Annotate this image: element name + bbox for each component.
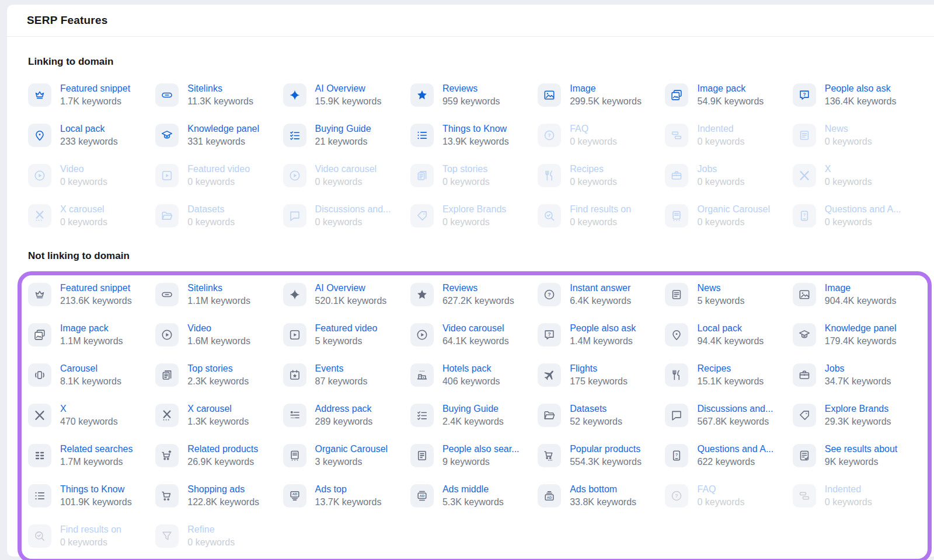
feature-label[interactable]: X (60, 402, 118, 415)
feature-item-carousel[interactable]: Carousel 8.1K keywords (28, 363, 155, 387)
feature-item-see-results-about[interactable]: See results about 9K keywords (793, 444, 920, 468)
feature-item-buying-guide[interactable]: Buying Guide 21 keywords (283, 124, 410, 148)
feature-label[interactable]: Explore Brands (825, 402, 891, 415)
feature-label[interactable]: Image pack (60, 322, 123, 335)
feature-item-image-pack[interactable]: Image pack 54.9K keywords (665, 83, 792, 107)
feature-label[interactable]: Image (825, 282, 897, 295)
feature-label[interactable]: Datasets (570, 402, 622, 415)
feature-item-people-also-ask[interactable]: People also ask 136.4K keywords (793, 83, 920, 107)
feature-item-knowledge-panel[interactable]: Knowledge panel 179.4K keywords (793, 323, 920, 347)
feature-label[interactable]: People also ask (825, 82, 897, 95)
feature-label[interactable]: Events (315, 362, 368, 375)
feature-label[interactable]: Buying Guide (442, 402, 504, 415)
feature-item-address-pack[interactable]: Address pack 289 keywords (283, 404, 410, 428)
feature-item-reviews[interactable]: Reviews 959 keywords (410, 83, 538, 107)
feature-label[interactable]: People also sear... (442, 443, 520, 456)
feature-item-datasets[interactable]: Datasets 52 keywords (538, 404, 665, 428)
feature-label[interactable]: Shopping ads (187, 483, 259, 496)
feature-label[interactable]: Recipes (697, 362, 764, 375)
feature-label[interactable]: Buying Guide (315, 123, 371, 135)
feature-label[interactable]: Organic Carousel (315, 443, 388, 456)
feature-label[interactable]: Things to Know (442, 123, 509, 135)
feature-label[interactable]: People also ask (570, 322, 636, 335)
feature-label[interactable]: Image (570, 82, 642, 95)
feature-item-flights[interactable]: Flights 175 keywords (538, 363, 665, 387)
feature-item-people-also-ask[interactable]: People also ask 1.4M keywords (538, 323, 665, 347)
feature-item-featured-snippet[interactable]: Featured snippet 213.6K keywords (28, 283, 155, 307)
feature-label[interactable]: Reviews (442, 282, 514, 295)
feature-label[interactable]: Knowledge panel (187, 123, 259, 135)
feature-label[interactable]: AI Overview (315, 282, 387, 295)
feature-item-ai-overview[interactable]: AI Overview 520.1K keywords (283, 283, 410, 307)
feature-item-ads-middle[interactable]: Ads middle 5.3K keywords (410, 484, 538, 508)
feature-item-image[interactable]: Image 904.4K keywords (793, 283, 920, 307)
feature-label[interactable]: Related searches (60, 443, 133, 456)
feature-item-news[interactable]: News 5 keywords (665, 283, 792, 307)
feature-label[interactable]: Address pack (315, 402, 373, 415)
feature-item-things-to-know[interactable]: Things to Know 101.9K keywords (28, 484, 155, 508)
feature-label[interactable]: X carousel (187, 402, 249, 415)
feature-item-x-carousel[interactable]: X carousel 1.3K keywords (155, 404, 283, 428)
feature-item-local-pack[interactable]: Local pack 233 keywords (28, 124, 155, 148)
feature-item-image[interactable]: Image 299.5K keywords (538, 83, 665, 107)
feature-label[interactable]: Knowledge panel (825, 322, 897, 335)
feature-label[interactable]: Ads top (315, 483, 382, 496)
feature-item-ads-bottom[interactable]: Ads bottom 33.8K keywords (538, 484, 665, 508)
feature-item-hotels-pack[interactable]: Hotels pack 406 keywords (410, 363, 538, 387)
feature-item-popular-products[interactable]: Popular products 554.3K keywords (538, 444, 665, 468)
feature-label[interactable]: Hotels pack (442, 362, 500, 375)
feature-item-video[interactable]: Video 1.6M keywords (155, 323, 283, 347)
feature-item-sitelinks[interactable]: Sitelinks 11.3K keywords (155, 83, 283, 107)
feature-item-ai-overview[interactable]: AI Overview 15.9K keywords (283, 83, 410, 107)
feature-item-organic-carousel[interactable]: Organic Carousel 3 keywords (283, 444, 410, 468)
feature-item-local-pack[interactable]: Local pack 94.4K keywords (665, 323, 792, 347)
feature-item-sitelinks[interactable]: Sitelinks 1.1M keywords (155, 283, 283, 307)
feature-item-buying-guide[interactable]: Buying Guide 2.4K keywords (410, 404, 538, 428)
feature-label[interactable]: Featured snippet (60, 282, 132, 295)
feature-item-video-carousel[interactable]: Video carousel 64.1K keywords (410, 323, 538, 347)
feature-label[interactable]: Image pack (697, 82, 764, 95)
feature-label[interactable]: See results about (825, 443, 898, 456)
feature-label[interactable]: Ads bottom (570, 483, 636, 496)
feature-label[interactable]: Discussions and... (697, 402, 773, 415)
feature-label[interactable]: Instant answer (570, 282, 631, 295)
feature-item-featured-video[interactable]: Featured video 5 keywords (283, 323, 410, 347)
feature-label[interactable]: News (697, 282, 744, 295)
feature-label[interactable]: Featured snippet (60, 82, 130, 95)
feature-item-knowledge-panel[interactable]: Knowledge panel 331 keywords (155, 124, 283, 148)
feature-item-explore-brands[interactable]: Explore Brands 29.3K keywords (793, 404, 920, 428)
feature-label[interactable]: Video (187, 322, 250, 335)
feature-item-ads-top[interactable]: Ads top 13.7K keywords (283, 484, 410, 508)
feature-item-things-to-know[interactable]: Things to Know 13.9K keywords (410, 124, 538, 148)
feature-item-questions-and-a[interactable]: Questions and A... 622 keywords (665, 444, 792, 468)
feature-item-jobs[interactable]: Jobs 34.7K keywords (793, 363, 920, 387)
feature-label[interactable]: AI Overview (315, 82, 382, 95)
feature-label[interactable]: Ads middle (442, 483, 504, 496)
feature-label[interactable]: Popular products (570, 443, 642, 456)
feature-label[interactable]: Related products (187, 443, 258, 456)
feature-item-featured-snippet[interactable]: Featured snippet 1.7K keywords (28, 83, 155, 107)
feature-item-discussions-and[interactable]: Discussions and... 567.8K keywords (665, 404, 792, 428)
feature-label[interactable]: Sitelinks (187, 82, 253, 95)
feature-label[interactable]: Top stories (187, 362, 249, 375)
feature-item-events[interactable]: Events 87 keywords (283, 363, 410, 387)
feature-item-x[interactable]: X 470 keywords (28, 404, 155, 428)
feature-item-shopping-ads[interactable]: Shopping ads 122.8K keywords (155, 484, 283, 508)
feature-label[interactable]: Jobs (825, 362, 891, 375)
feature-label[interactable]: Local pack (697, 322, 764, 335)
feature-label[interactable]: Featured video (315, 322, 378, 335)
feature-label[interactable]: Things to Know (60, 483, 132, 496)
feature-item-instant-answer[interactable]: Instant answer 6.4K keywords (538, 283, 665, 307)
feature-label[interactable]: Local pack (60, 123, 118, 135)
feature-label[interactable]: Carousel (60, 362, 121, 375)
feature-item-recipes[interactable]: Recipes 15.1K keywords (665, 363, 792, 387)
feature-item-people-also-sear[interactable]: People also sear... 9 keywords (410, 444, 538, 468)
feature-label[interactable]: Sitelinks (187, 282, 250, 295)
feature-label[interactable]: Video carousel (442, 322, 509, 335)
feature-label[interactable]: Flights (570, 362, 628, 375)
feature-item-image-pack[interactable]: Image pack 1.1M keywords (28, 323, 155, 347)
feature-item-top-stories[interactable]: Top stories 2.3K keywords (155, 363, 283, 387)
feature-item-related-searches[interactable]: Related searches 1.7M keywords (28, 444, 155, 468)
feature-item-related-products[interactable]: Related products 26.9K keywords (155, 444, 283, 468)
feature-label[interactable]: Reviews (442, 82, 500, 95)
